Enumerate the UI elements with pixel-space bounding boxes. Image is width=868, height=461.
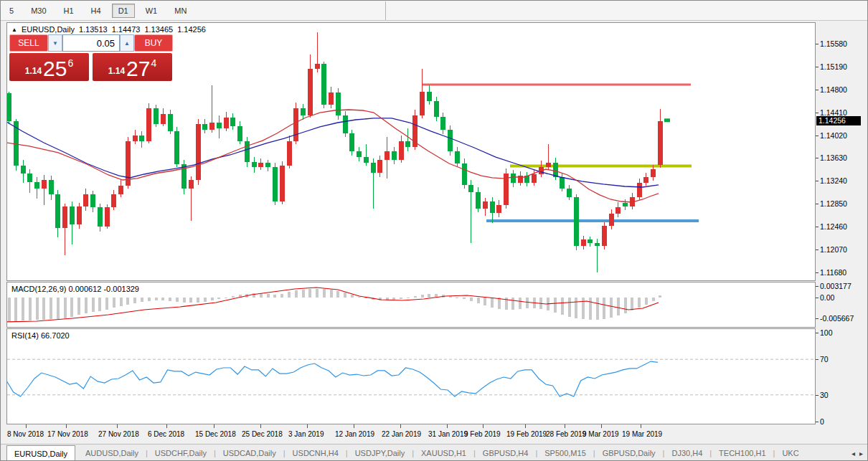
tab-scroll-right-icon[interactable]: ▸ bbox=[859, 450, 863, 457]
macd-histogram-bar bbox=[85, 298, 88, 313]
chart-tab-xauusd[interactable]: XAUUSD,H1 bbox=[414, 445, 473, 461]
candle-body bbox=[70, 206, 75, 224]
date-tick bbox=[483, 424, 483, 428]
price-axis[interactable]: 1.155801.151901.148001.144101.140201.136… bbox=[816, 22, 868, 281]
macd-histogram-bar bbox=[98, 298, 101, 311]
date-axis-label: 15 Dec 2018 bbox=[195, 430, 236, 438]
price-axis-label: 1.12460 bbox=[820, 222, 847, 231]
date-tick bbox=[117, 424, 118, 428]
tab-scroll-left-icon[interactable]: ◂ bbox=[852, 450, 855, 457]
price-axis-label-tick bbox=[816, 158, 819, 158]
macd-histogram-bar bbox=[141, 298, 143, 302]
macd-histogram-bar bbox=[42, 298, 45, 320]
sell-button[interactable]: SELL bbox=[9, 34, 48, 52]
macd-histogram-bar bbox=[568, 298, 571, 317]
candle-body bbox=[90, 194, 95, 207]
candle-body bbox=[329, 92, 334, 105]
candle-body bbox=[237, 126, 242, 141]
rsi-indicator-pane[interactable]: RSI(14) 66.7020 bbox=[6, 328, 816, 424]
timeframe-button-5[interactable]: 5 bbox=[3, 4, 20, 18]
date-tick bbox=[26, 424, 27, 428]
chart-tab-usdchf[interactable]: USDCHF,Daily bbox=[148, 445, 214, 461]
macd-histogram-bar bbox=[189, 298, 192, 303]
chart-tab-ukc[interactable]: UKC bbox=[775, 445, 806, 461]
candle-body bbox=[427, 92, 432, 101]
candle-body bbox=[371, 163, 376, 173]
candle-body bbox=[280, 166, 285, 201]
candle-body bbox=[349, 133, 354, 151]
candle-body bbox=[315, 64, 320, 69]
buy-button[interactable]: BUY bbox=[134, 34, 173, 52]
candle-body bbox=[511, 174, 516, 183]
macd-histogram-bar bbox=[22, 298, 24, 320]
chart-tab-gbpusd[interactable]: GBPUSD,Daily bbox=[595, 445, 663, 461]
timeframe-button-w1[interactable]: W1 bbox=[139, 4, 164, 18]
macd-histogram-bar bbox=[392, 298, 395, 300]
chart-tab-audusd[interactable]: AUDUSD,Daily bbox=[78, 445, 146, 461]
macd-histogram-bar bbox=[113, 298, 115, 308]
rsi-axis-label-tick bbox=[816, 333, 819, 333]
macd-histogram-bar bbox=[519, 298, 522, 309]
volume-input[interactable] bbox=[62, 34, 120, 52]
candle-body bbox=[133, 136, 138, 141]
main-chart-pane[interactable]: ▲ EURUSD,Daily 1.13513 1.14473 1.13465 1… bbox=[6, 22, 816, 281]
chart-tab-sp500[interactable]: SP500,M15 bbox=[537, 445, 593, 461]
date-axis-label: 12 Jan 2019 bbox=[335, 430, 374, 438]
candle-body bbox=[7, 93, 11, 121]
timeframe-toolbar: 5M30H1H4D1W1MN bbox=[1, 1, 868, 21]
macd-histogram-bar bbox=[330, 290, 333, 298]
timeframe-button-h1[interactable]: H1 bbox=[57, 4, 80, 18]
candle-body bbox=[588, 239, 593, 243]
macd-histogram-bar bbox=[120, 298, 123, 306]
macd-histogram-bar bbox=[659, 295, 661, 298]
sell-price-tile[interactable]: 1.14 25 6 bbox=[9, 53, 89, 81]
price-axis-label-tick bbox=[816, 113, 819, 113]
date-tick bbox=[601, 424, 602, 428]
macd-histogram-bar bbox=[470, 298, 473, 301]
price-axis-label-tick bbox=[816, 90, 819, 90]
chart-tab-bar: EURUSD,DailyAUDUSD,Daily|USDCHF,Daily|US… bbox=[1, 444, 868, 461]
macd-indicator-pane[interactable]: MACD(12,26,9) 0.000612 -0.001329 bbox=[6, 282, 816, 328]
candle-body bbox=[27, 174, 32, 182]
candle-body bbox=[468, 185, 473, 192]
price-axis-label-tick bbox=[816, 272, 819, 273]
chart-tab-tech100[interactable]: TECH100,H1 bbox=[712, 445, 773, 461]
price-axis-label: 1.12070 bbox=[820, 245, 847, 254]
rsi-axis: 10070300 bbox=[816, 328, 868, 424]
trading-app-window: 5M30H1H4D1W1MN ▲ EURUSD,Daily 1.13513 1.… bbox=[0, 0, 868, 461]
candle-body bbox=[209, 123, 214, 130]
price-axis-label: 1.13630 bbox=[820, 153, 847, 162]
candle-body bbox=[609, 214, 614, 226]
macd-histogram-bar bbox=[483, 298, 486, 305]
timeframe-button-m30[interactable]: M30 bbox=[24, 4, 52, 18]
timeframe-button-d1[interactable]: D1 bbox=[112, 4, 135, 18]
timeframe-button-mn[interactable]: MN bbox=[168, 4, 193, 18]
date-axis[interactable]: 8 Nov 201817 Nov 201827 Nov 20186 Dec 20… bbox=[6, 424, 816, 443]
chart-tab-usdjpy[interactable]: USDJPY,Daily bbox=[348, 445, 412, 461]
macd-histogram-bar bbox=[217, 298, 220, 299]
chart-tab-gbpusd[interactable]: GBPUSD,H4 bbox=[476, 445, 536, 461]
price-axis-label: 1.13240 bbox=[820, 176, 847, 185]
macd-histogram-bar bbox=[414, 296, 417, 298]
timeframe-button-h4[interactable]: H4 bbox=[85, 4, 108, 18]
buy-price-tile[interactable]: 1.14 27 4 bbox=[93, 53, 172, 81]
macd-histogram-bar bbox=[211, 298, 214, 300]
volume-decrease-button[interactable]: ▼ bbox=[48, 34, 62, 52]
chart-tab-dj30[interactable]: DJ30,H4 bbox=[664, 445, 709, 461]
price-axis-label-tick bbox=[816, 67, 819, 67]
chart-tab-eurusd[interactable]: EURUSD,Daily bbox=[6, 445, 75, 461]
chart-tab-usdcad[interactable]: USDCAD,Daily bbox=[216, 445, 283, 461]
candle-body bbox=[462, 163, 467, 185]
chart-tab-usdcnh[interactable]: USDCNH,H4 bbox=[286, 445, 346, 461]
price-axis-label: 1.14410 bbox=[820, 108, 847, 117]
collapse-triangle-icon[interactable]: ▲ bbox=[11, 27, 17, 33]
candle-body bbox=[385, 151, 390, 160]
volume-increase-button[interactable]: ▲ bbox=[120, 34, 134, 52]
candle-body bbox=[560, 177, 565, 189]
macd-histogram-bar bbox=[288, 292, 291, 298]
candle-body bbox=[546, 163, 551, 167]
macd-histogram-bar bbox=[316, 289, 319, 298]
macd-histogram-bar bbox=[29, 298, 32, 320]
rsi-axis-label: 30 bbox=[820, 391, 829, 399]
macd-histogram-bar bbox=[582, 298, 585, 319]
